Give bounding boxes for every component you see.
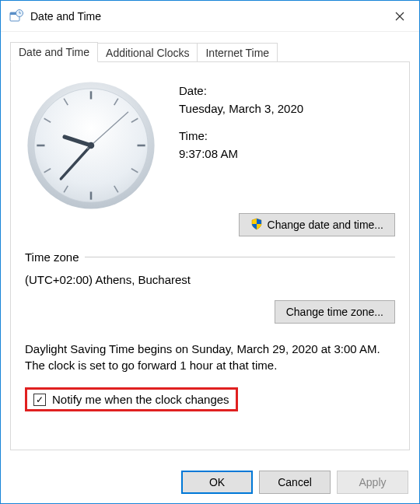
- timezone-value: (UTC+02:00) Athens, Bucharest: [25, 273, 395, 286]
- tab-additional-clocks[interactable]: Additional Clocks: [97, 43, 198, 62]
- tab-internet-time[interactable]: Internet Time: [197, 43, 278, 62]
- dst-info-text: Daylight Saving Time begins on Sunday, M…: [25, 341, 395, 373]
- notify-checkbox[interactable]: ✓: [33, 394, 46, 406]
- timezone-section-header: Time zone: [25, 250, 395, 264]
- window-title: Date and Time: [30, 10, 101, 23]
- tab-strip: Date and Time Additional Clocks Internet…: [10, 41, 410, 61]
- close-button[interactable]: [380, 1, 419, 32]
- dialog-buttons: OK Cancel Apply: [181, 471, 408, 494]
- analog-clock: [25, 79, 157, 212]
- cancel-button[interactable]: Cancel: [259, 471, 331, 494]
- change-timezone-label: Change time zone...: [286, 306, 383, 318]
- divider-line: [85, 257, 395, 257]
- date-value: Tuesday, March 3, 2020: [179, 102, 395, 115]
- svg-point-24: [88, 142, 95, 149]
- tab-date-and-time[interactable]: Date and Time: [10, 42, 98, 62]
- tab-panel: Date: Tuesday, March 3, 2020 Time: 9:37:…: [10, 61, 410, 450]
- date-label: Date:: [179, 84, 395, 97]
- notify-highlight: ✓ Notify me when the clock changes: [25, 387, 238, 411]
- change-date-time-label: Change date and time...: [268, 219, 383, 231]
- datetime-info: Date: Tuesday, March 3, 2020 Time: 9:37:…: [179, 79, 395, 212]
- time-value: 9:37:08 AM: [179, 147, 395, 160]
- apply-button[interactable]: Apply: [337, 471, 408, 494]
- titlebar: Date and Time: [1, 1, 419, 32]
- content-area: Date and Time Additional Clocks Internet…: [1, 32, 419, 460]
- datetime-app-icon: [9, 9, 24, 24]
- change-timezone-button[interactable]: Change time zone...: [275, 300, 395, 324]
- shield-icon: [250, 218, 263, 233]
- timezone-section-label: Time zone: [25, 250, 79, 264]
- ok-button[interactable]: OK: [181, 471, 253, 494]
- notify-label: Notify me when the clock changes: [52, 393, 229, 406]
- upper-section: Date: Tuesday, March 3, 2020 Time: 9:37:…: [25, 79, 395, 212]
- time-label: Time:: [179, 129, 395, 142]
- change-date-time-button[interactable]: Change date and time...: [239, 213, 395, 236]
